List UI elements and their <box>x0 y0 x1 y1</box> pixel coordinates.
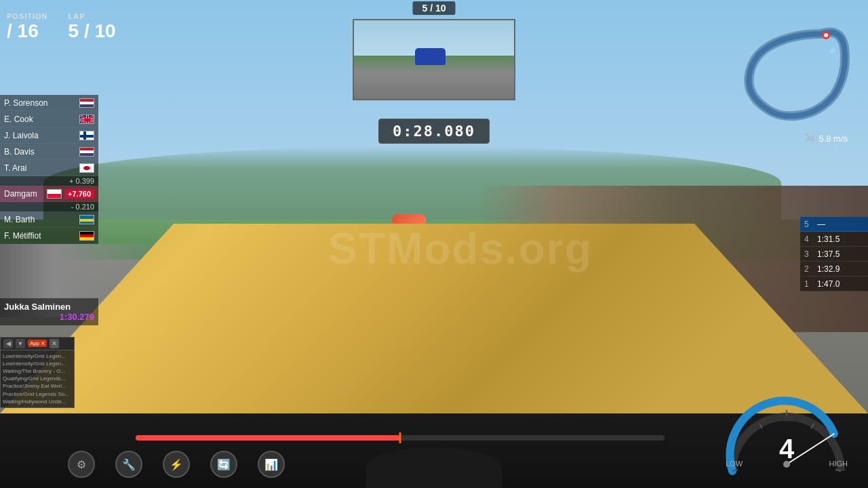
lb-row-barth: M. Barth <box>0 211 98 228</box>
taskbar-line-1: LowIntensity/Grid Legen... <box>3 352 72 360</box>
lb-row-damgam: Damgam +7.760 <box>0 186 98 202</box>
lb-flag-5 <box>79 163 94 173</box>
lt-time-4: 1:31.5 <box>817 235 840 244</box>
lb-badge-damgam: +7.760 <box>64 189 94 199</box>
player-name: Jukka Salminen <box>4 302 71 312</box>
taskbar-header: ◀ ▼ App X ✕ <box>1 338 74 350</box>
lb-flag-4 <box>79 147 94 157</box>
taskbar-btn-prev[interactable]: ◀ <box>3 339 13 348</box>
taskbar-line-5: Practice/Jimmy Eat Worl... <box>3 382 72 390</box>
lb-row-metiffiot: F. Métiffiot <box>0 228 98 244</box>
race-progress-fill <box>136 435 400 441</box>
dashboard-icons: ⚙ 🔧 ⚡ 🔄 📊 <box>68 444 665 485</box>
lb-flag-1 <box>79 98 94 108</box>
rearview-camera <box>353 19 515 100</box>
lb-gap-row-2: - 0.210 <box>0 202 98 211</box>
lb-name-1: P. Sorenson <box>4 98 77 108</box>
lb-name-4: B. Davis <box>4 147 77 157</box>
lt-time-5: — <box>817 220 825 229</box>
dash-icon-2: 🔧 <box>115 451 142 478</box>
speedometer: 4 LOW HIGH <box>719 396 854 478</box>
rearview-car <box>415 48 446 65</box>
lt-time-2: 1:32.9 <box>817 264 840 274</box>
lb-row-1: P. Sorenson <box>0 95 98 111</box>
minimap <box>732 14 854 129</box>
leaderboard: P. Sorenson E. Cook J. Laivola B. Davis … <box>0 95 98 244</box>
position-label: POSITION <box>7 12 48 20</box>
lt-row-2: 2 1:32.9 <box>800 262 868 277</box>
lb-flag-damgam <box>47 189 62 199</box>
taskbar-line-6: Practice/Grid Legends So... <box>3 390 72 398</box>
timer-hud: 0:28.080 <box>378 119 490 144</box>
wind-speed-value: 5.8 m/s <box>818 134 848 144</box>
svg-point-2 <box>830 48 835 54</box>
wind-speed: 🌬 5.8 m/s <box>804 132 848 144</box>
lt-time-3: 1:37.5 <box>817 249 840 259</box>
game-viewport: ⚙ 🔧 ⚡ 🔄 📊 STMods.org 5 / 10 POSITION / 1… <box>0 0 868 488</box>
lap-counter-top: 5 / 10 <box>412 1 455 15</box>
taskbar-content: LowIntensity/Grid Legen... LowIntensity/… <box>1 350 74 407</box>
lb-flag-barth <box>79 215 94 224</box>
taskbar-close-btn[interactable]: ✕ <box>50 339 59 348</box>
lb-name-metiffiot: F. Métiffiot <box>4 231 77 241</box>
taskbar-btn-next[interactable]: ▼ <box>16 339 25 348</box>
lt-time-1: 1:47.0 <box>817 279 840 289</box>
lt-pos-5: 5 <box>804 220 814 229</box>
lb-flag-3 <box>79 131 94 140</box>
lb-flag-metiffiot <box>79 231 94 241</box>
lt-row-4: 4 1:31.5 <box>800 232 868 247</box>
lb-row-3: J. Laivola <box>0 127 98 144</box>
top-left-hud: POSITION / 16 LAP 5 / 10 <box>7 12 116 42</box>
taskbar-line-3: Waiting/The Bravery - O... <box>3 367 72 375</box>
speed-label-high: HIGH <box>829 460 848 468</box>
lb-gap-row-1: + 0.399 <box>0 176 98 186</box>
lb-name-5: T. Arai <box>4 163 77 173</box>
lt-pos-4: 4 <box>804 235 814 244</box>
lb-row-2: E. Cook <box>0 111 98 127</box>
minimap-svg <box>732 14 854 129</box>
race-progress-bar <box>136 435 665 441</box>
lb-name-2: E. Cook <box>4 115 77 124</box>
lb-name-3: J. Laivola <box>4 131 77 140</box>
lb-name-barth: M. Barth <box>4 215 77 224</box>
lap-value: 5 / 10 <box>68 20 116 42</box>
lap-times-panel: 5 — 4 1:31.5 3 1:37.5 2 1:32.9 1 1:47.0 <box>800 217 868 291</box>
dash-icon-3: ⚡ <box>163 451 190 478</box>
dash-icon-4: 🔄 <box>210 451 237 478</box>
taskbar-overlay[interactable]: ◀ ▼ App X ✕ LowIntensity/Grid Legen... L… <box>0 337 75 408</box>
lt-pos-2: 2 <box>804 264 814 274</box>
position-value: / 16 <box>7 20 48 42</box>
lap-label: LAP <box>68 12 116 20</box>
speed-label-low: LOW <box>726 460 743 468</box>
gear-display: 4 <box>779 434 794 464</box>
lt-pos-3: 3 <box>804 249 814 259</box>
taskbar-line-4: Qualifying/Grid Legends... <box>3 375 72 382</box>
dash-icon-1: ⚙ <box>68 451 95 478</box>
lt-row-5: 5 — <box>800 217 868 232</box>
lt-pos-1: 1 <box>804 279 814 289</box>
dash-icon-5: 📊 <box>258 451 285 478</box>
taskbar-app-button[interactable]: App X <box>28 340 47 347</box>
lb-row-4: B. Davis <box>0 144 98 160</box>
player-best-time: 1:30.279 <box>60 312 94 322</box>
lt-row-1: 1 1:47.0 <box>800 277 868 291</box>
lb-flag-2 <box>79 115 94 124</box>
taskbar-line-7: Waiting/Hollywood Unde... <box>3 398 72 405</box>
wind-icon: 🌬 <box>804 132 815 144</box>
progress-marker <box>399 432 401 443</box>
svg-point-1 <box>824 33 828 37</box>
lb-row-5: T. Arai <box>0 160 98 176</box>
lt-row-3: 3 1:37.5 <box>800 247 868 262</box>
player-section: Jukka Salminen 1:30.279 <box>0 298 98 325</box>
taskbar-line-2: LowIntensity/Grid Legen... <box>3 360 72 367</box>
lb-name-damgam: Damgam <box>4 189 44 199</box>
lb-gap-text-2: - 0.210 <box>71 203 94 211</box>
lb-gap-text-1: + 0.399 <box>69 177 94 185</box>
